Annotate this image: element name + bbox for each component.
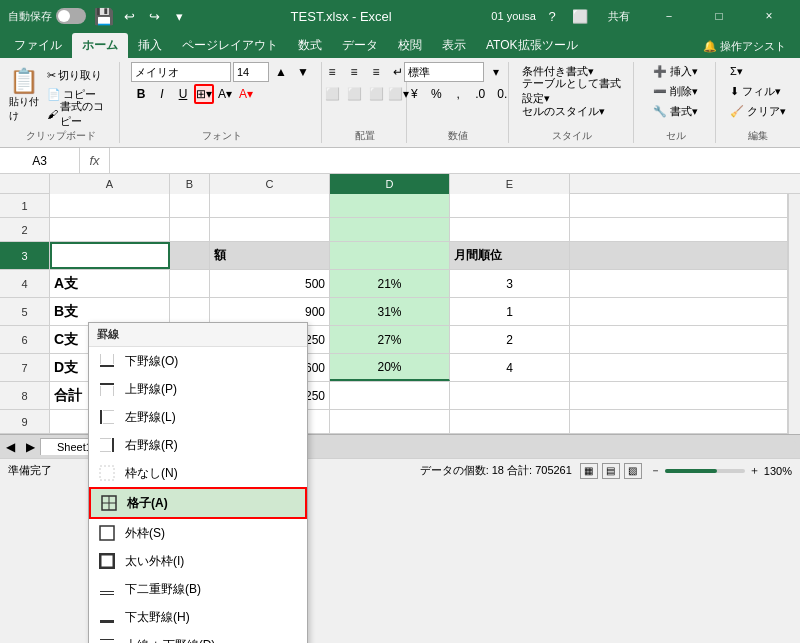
bottom-border-label: 下野線(O) (125, 353, 299, 370)
tab-formula[interactable]: 数式 (288, 33, 332, 58)
title-bar-left: 自動保存 💾 ↩ ↪ ▾ (8, 3, 191, 29)
ribbon-toggle[interactable]: ⬜ (568, 5, 592, 27)
fill-color-button[interactable]: A▾ (215, 84, 235, 104)
save-button[interactable]: 💾 (92, 5, 116, 27)
clipboard-small-btns: ✂切り取り 📄コピー 🖌書式のコピー (42, 67, 113, 123)
autosave-toggle[interactable]: 自動保存 (8, 8, 86, 24)
fill-button[interactable]: ⬇ フィル▾ (725, 82, 786, 100)
title-bar-right: 01 yousa ? ⬜ 共有 － □ × (491, 0, 792, 32)
tab-data[interactable]: データ (332, 33, 388, 58)
bottom-thick-item[interactable]: 下太野線(H) (89, 603, 307, 631)
thick-outside-item[interactable]: 太い外枠(I) (89, 547, 307, 575)
svg-rect-16 (100, 526, 114, 540)
align-top-right-button[interactable]: ≡ (366, 62, 386, 82)
decrease-font-button[interactable]: ▼ (293, 62, 313, 82)
font-name-input[interactable] (131, 62, 231, 82)
svg-rect-0 (100, 365, 114, 367)
tab-view[interactable]: 表示 (432, 33, 476, 58)
svg-rect-9 (112, 438, 114, 452)
font-color-button[interactable]: A▾ (236, 84, 256, 104)
format-cells-button[interactable]: 🔧 書式▾ (648, 102, 703, 120)
clear-button[interactable]: 🧹 クリア▾ (725, 102, 791, 120)
ribbon-group-alignment: ≡ ≡ ≡ ↵ ⬜ ⬜ ⬜ ⬜▾ 配置 (324, 62, 406, 143)
comma-button[interactable]: , (448, 84, 468, 104)
tab-insert[interactable]: 挿入 (128, 33, 172, 58)
share-button[interactable]: 共有 (596, 0, 642, 32)
tab-atok[interactable]: ATOK拡張ツール (476, 33, 588, 58)
italic-button[interactable]: I (152, 84, 172, 104)
align-right-button[interactable]: ⬜ (366, 84, 386, 104)
svg-rect-19 (100, 594, 114, 595)
cell-reference-box[interactable]: A3 (0, 148, 80, 174)
outside-border-item[interactable]: 外枠(S) (89, 519, 307, 547)
right-border-icon (97, 435, 117, 455)
paste-button[interactable]: 📋 貼り付け (8, 65, 40, 125)
increase-font-button[interactable]: ▲ (271, 62, 291, 82)
cut-button[interactable]: ✂切り取り (42, 67, 113, 85)
font-size-input[interactable] (233, 62, 269, 82)
bold-button[interactable]: B (131, 84, 151, 104)
bottom-border-item[interactable]: 下野線(O) (89, 347, 307, 375)
increase-decimal-button[interactable]: .0 (470, 84, 490, 104)
number-format-input[interactable] (404, 62, 484, 82)
svg-rect-1 (100, 354, 101, 364)
more-button[interactable]: ▾ (167, 5, 191, 27)
redo-button[interactable]: ↪ (142, 5, 166, 27)
align-left-button[interactable]: ⬜ (322, 84, 342, 104)
table-format-button[interactable]: テーブルとして書式設定▾ (517, 82, 627, 100)
close-button[interactable]: × (746, 0, 792, 32)
delete-cells-button[interactable]: ➖ 削除▾ (648, 82, 703, 100)
align-top-row: ≡ ≡ ≡ ↵ (322, 62, 408, 82)
align-top-center-button[interactable]: ≡ (344, 62, 364, 82)
left-border-item[interactable]: 左野線(L) (89, 403, 307, 431)
right-border-item[interactable]: 右野線(R) (89, 431, 307, 459)
top-border-label: 上野線(P) (125, 381, 299, 398)
maximize-button[interactable]: □ (696, 0, 742, 32)
tab-review[interactable]: 校閲 (388, 33, 432, 58)
dropdown-overlay: 罫線 下野線(O) 上野線(P) 左野線(L) (0, 174, 800, 482)
align-top-left-button[interactable]: ≡ (322, 62, 342, 82)
window-title: TEST.xlsx - Excel (291, 9, 392, 24)
paste-icon: 📋 (9, 67, 39, 95)
bottom-double-icon (97, 579, 117, 599)
cell-styles-button[interactable]: セルのスタイル▾ (517, 102, 610, 120)
underline-button[interactable]: U (173, 84, 193, 104)
cells-content: ➕ 挿入▾ ➖ 削除▾ 🔧 書式▾ (648, 62, 703, 127)
left-border-label: 左野線(L) (125, 409, 299, 426)
tab-file[interactable]: ファイル (4, 33, 72, 58)
top-bottom-item[interactable]: 上線 + 下野線(D) (89, 631, 307, 643)
styles-label: スタイル (552, 129, 592, 143)
all-borders-item[interactable]: 格子(A) (89, 487, 307, 519)
bottom-thick-label: 下太野線(H) (125, 609, 299, 626)
all-borders-icon (99, 493, 119, 513)
border-menu-title: 罫線 (89, 323, 307, 347)
tab-page-layout[interactable]: ページレイアウト (172, 33, 288, 58)
right-border-label: 右野線(R) (125, 437, 299, 454)
percent-button[interactable]: % (426, 84, 446, 104)
svg-rect-11 (100, 451, 111, 452)
number-format-dropdown[interactable]: ▾ (486, 62, 506, 82)
decrease-decimal-button[interactable]: 0. (492, 84, 512, 104)
tab-help[interactable]: 🔔 操作アシスト (693, 35, 796, 58)
ribbon-group-editing: Σ▾ ⬇ フィル▾ 🧹 クリア▾ 編集 (718, 62, 798, 143)
format-painter-button[interactable]: 🖌書式のコピー (42, 105, 113, 123)
currency-button[interactable]: ¥ (404, 84, 424, 104)
sum-button[interactable]: Σ▾ (725, 62, 748, 80)
no-border-item[interactable]: 枠なし(N) (89, 459, 307, 487)
tab-home[interactable]: ホーム (72, 33, 128, 58)
align-center-button[interactable]: ⬜ (344, 84, 364, 104)
bottom-thick-icon (97, 607, 117, 627)
bottom-double-item[interactable]: 下二重野線(B) (89, 575, 307, 603)
autosave-switch[interactable] (56, 8, 86, 24)
outside-border-label: 外枠(S) (125, 525, 299, 542)
svg-rect-12 (100, 466, 114, 480)
thick-outside-icon (97, 551, 117, 571)
undo-button[interactable]: ↩ (117, 5, 141, 27)
top-border-item[interactable]: 上野線(P) (89, 375, 307, 403)
minimize-button[interactable]: － (646, 0, 692, 32)
insert-cells-button[interactable]: ➕ 挿入▾ (648, 62, 703, 80)
ribbon-tabs-bar: ファイル ホーム 挿入 ページレイアウト 数式 データ 校閲 表示 ATOK拡張… (0, 32, 800, 58)
help-icon[interactable]: ? (540, 5, 564, 27)
border-button[interactable]: ⊞▾ (194, 84, 214, 104)
svg-rect-21 (100, 639, 114, 640)
